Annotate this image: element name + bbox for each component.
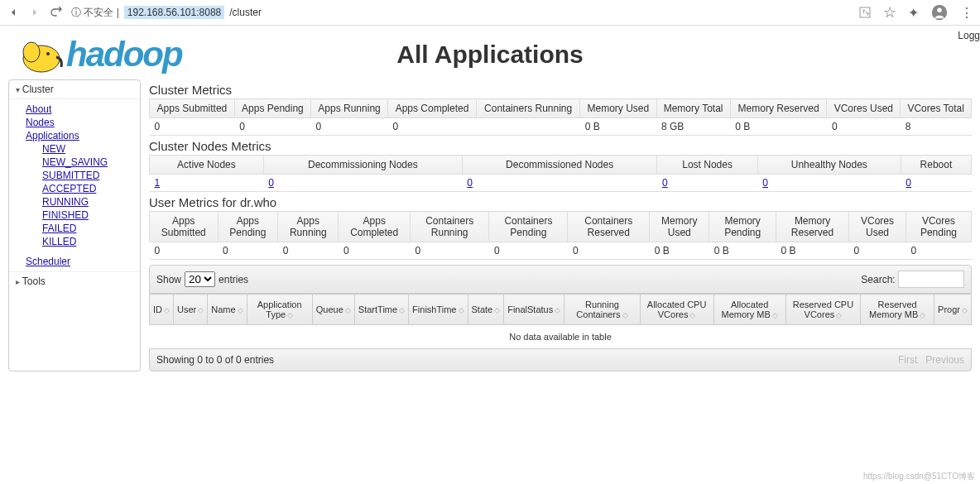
nodes-metrics-table: Active NodesDecommissioning NodesDecommi… [149, 155, 972, 192]
pager-first[interactable]: First [898, 354, 917, 366]
col-header: Apps Submitted [150, 99, 235, 118]
showing-label: Showing 0 to 0 of 0 entries [156, 354, 274, 366]
sidebar-state-new[interactable]: NEW [42, 142, 140, 156]
hadoop-logo: hadoop [17, 34, 182, 75]
col-header: VCores Pending [906, 212, 971, 242]
metric-value: 0 [489, 242, 568, 260]
metric-value: 8 GB [656, 118, 730, 136]
apps-col-header[interactable]: Reserved Memory MB◇ [861, 295, 934, 325]
apps-col-header[interactable]: User◇ [174, 295, 208, 325]
col-header: Containers Running [477, 99, 580, 118]
sidebar-state-finished[interactable]: FINISHED [42, 208, 140, 222]
metric-link[interactable]: 0 [662, 177, 668, 189]
col-header: Containers Reserved [568, 212, 650, 242]
sidebar-link-applications[interactable]: Applications [26, 129, 140, 142]
metric-value: 8 [901, 118, 972, 136]
apps-col-header[interactable]: Name◇ [208, 295, 247, 325]
sidebar-link-scheduler[interactable]: Scheduler [26, 255, 140, 268]
sidebar-tools-header[interactable]: Tools [9, 271, 140, 290]
sidebar-state-failed[interactable]: FAILED [42, 222, 140, 235]
col-header: Containers Running [411, 212, 489, 242]
cluster-metrics-table: Apps SubmittedApps PendingApps RunningAp… [149, 98, 972, 136]
apps-col-header[interactable]: Application Type◇ [247, 295, 312, 325]
col-header: Decommissioning Nodes [263, 156, 462, 175]
col-header: Apps Pending [234, 99, 310, 118]
sidebar-link-about[interactable]: About [26, 103, 140, 116]
apps-col-header[interactable]: FinalStatus◇ [504, 295, 564, 325]
metric-value: 0 [311, 118, 388, 136]
url-path: /cluster [229, 7, 262, 18]
search-label: Search: [861, 274, 895, 285]
page-size-select[interactable]: 20 [185, 271, 215, 287]
sidebar-state-killed[interactable]: KILLED [42, 235, 140, 248]
metric-value [477, 118, 580, 136]
browser-toolbar: ⓘ 不安全 | 192.168.56.101:8088 /cluster ☆ ✦… [0, 0, 980, 26]
metric-link[interactable]: 0 [906, 177, 911, 189]
metric-value: 0 B [709, 242, 776, 260]
reload-icon[interactable] [50, 6, 63, 19]
main-content: Cluster Metrics Apps SubmittedApps Pendi… [149, 79, 972, 371]
no-data-message: No data available in table [150, 325, 972, 349]
col-header: Memory Pending [709, 212, 776, 242]
col-header: VCores Used [849, 212, 906, 242]
svg-point-2 [937, 8, 942, 13]
svg-point-4 [23, 42, 40, 62]
apps-col-header[interactable]: Running Containers◇ [564, 295, 640, 325]
metric-link[interactable]: 0 [762, 177, 768, 189]
metric-value: 0 [339, 242, 411, 260]
sidebar-cluster-header[interactable]: Cluster [9, 80, 140, 99]
url-host: 192.168.56.101:8088 [124, 6, 224, 19]
apps-col-header[interactable]: Allocated Memory MB◇ [713, 295, 785, 325]
metric-value: 0 B [650, 242, 709, 260]
metric-value: 0 B [730, 118, 827, 136]
metric-value: 0 [150, 242, 219, 260]
metric-value: 0 [568, 242, 650, 260]
col-header: Apps Running [311, 99, 388, 118]
col-header: VCores Total [901, 99, 972, 118]
logo-text: hadoop [66, 35, 182, 74]
col-header: Memory Total [656, 99, 730, 118]
sidebar-state-running[interactable]: RUNNING [42, 195, 140, 208]
apps-col-header[interactable]: StartTime◇ [354, 295, 408, 325]
apps-col-header[interactable]: State◇ [468, 295, 504, 325]
metric-link[interactable]: 0 [467, 177, 473, 189]
col-header: Apps Completed [388, 99, 477, 118]
apps-col-header[interactable]: Queue◇ [312, 295, 354, 325]
apps-col-header[interactable]: Reserved CPU VCores◇ [785, 295, 861, 325]
sidebar-state-new-saving[interactable]: NEW_SAVING [42, 156, 140, 169]
sidebar: Cluster About Nodes Applications NEW NEW… [8, 79, 141, 371]
search-input[interactable] [898, 271, 964, 288]
extensions-icon[interactable]: ✦ [908, 5, 919, 21]
pager-previous[interactable]: Previous [925, 354, 964, 366]
nodes-metrics-title: Cluster Nodes Metrics [149, 136, 972, 155]
metric-value: 0 B [580, 118, 656, 136]
apps-col-header[interactable]: Allocated CPU VCores◇ [640, 295, 713, 325]
apps-col-header[interactable]: FinishTime◇ [409, 295, 468, 325]
page-header: hadoop All Applications Logg [0, 26, 980, 79]
cluster-metrics-title: Cluster Metrics [149, 79, 972, 98]
sidebar-state-submitted[interactable]: SUBMITTED [42, 169, 140, 182]
col-header: Memory Used [650, 212, 709, 242]
apps-col-header[interactable]: ID◇ [150, 295, 174, 325]
back-icon[interactable] [7, 6, 20, 19]
sidebar-link-nodes[interactable]: Nodes [26, 116, 140, 129]
entries-label: entries [219, 274, 248, 285]
metric-value: 0 [757, 175, 901, 192]
apps-col-header[interactable]: Progr◇ [934, 295, 972, 325]
col-header: Lost Nodes [657, 156, 757, 175]
metric-link[interactable]: 0 [268, 177, 274, 189]
metric-link[interactable]: 1 [155, 177, 161, 189]
forward-icon[interactable] [28, 6, 41, 19]
star-icon[interactable]: ☆ [883, 3, 896, 22]
metric-value: 0 [150, 118, 235, 136]
col-header: Active Nodes [150, 156, 264, 175]
metric-value: 0 [218, 242, 278, 260]
sidebar-state-accepted[interactable]: ACCEPTED [42, 182, 140, 195]
menu-icon[interactable]: ⋮ [960, 5, 973, 21]
security-label: ⓘ 不安全 | [71, 6, 119, 20]
url-bar[interactable]: ⓘ 不安全 | 192.168.56.101:8088 /cluster [71, 6, 262, 20]
profile-icon[interactable] [930, 3, 949, 22]
col-header: Memory Reserved [776, 212, 849, 242]
col-header: Unhealthy Nodes [757, 156, 901, 175]
translate-icon[interactable] [858, 6, 872, 19]
